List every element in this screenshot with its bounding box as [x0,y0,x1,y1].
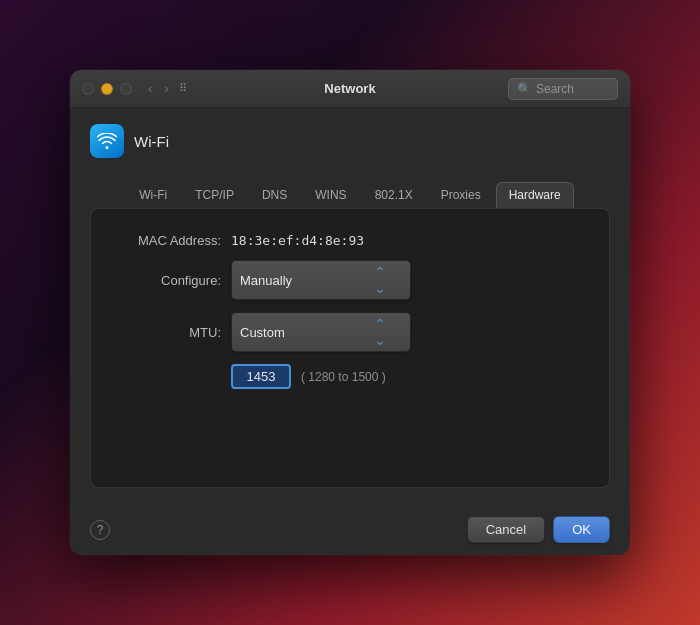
search-placeholder: Search [536,82,574,96]
mtu-dropdown-value: Custom [240,325,285,340]
bottom-bar: ? Cancel OK [70,504,630,555]
action-buttons: Cancel OK [467,516,610,543]
mtu-input-container: ( 1280 to 1500 ) [231,364,386,389]
mtu-row: MTU: Custom ⌃⌄ [111,312,589,352]
tab-proxies[interactable]: Proxies [428,182,494,208]
ok-button[interactable]: OK [553,516,610,543]
configure-dropdown-value: Manually [240,273,292,288]
search-icon: 🔍 [517,82,532,96]
mtu-range-label: ( 1280 to 1500 ) [301,370,386,384]
maximize-button[interactable] [120,83,132,95]
help-button[interactable]: ? [90,520,110,540]
grid-icon: ⠿ [179,82,188,95]
search-box[interactable]: 🔍 Search [508,78,618,100]
tab-dns[interactable]: DNS [249,182,300,208]
mac-address-row: MAC Address: 18:3e:ef:d4:8e:93 [111,233,589,248]
mtu-dropdown-arrow: ⌃⌄ [374,316,386,348]
mtu-input-row: ( 1280 to 1500 ) [111,364,589,389]
window-title: Network [324,81,375,96]
service-header: Wi-Fi [90,124,610,168]
tab-wifi[interactable]: Wi-Fi [126,182,180,208]
configure-label: Configure: [111,273,221,288]
minimize-button[interactable] [101,83,113,95]
configure-dropdown-arrow: ⌃⌄ [374,264,386,296]
titlebar: ‹ › ⠿ Network 🔍 Search [70,70,630,108]
mtu-dropdown[interactable]: Custom ⌃⌄ [231,312,411,352]
back-button[interactable]: ‹ [144,79,156,98]
tab-8021x[interactable]: 802.1X [362,182,426,208]
mac-address-label: MAC Address: [111,233,221,248]
tab-hardware[interactable]: Hardware [496,182,574,208]
tab-wins[interactable]: WINS [302,182,359,208]
tab-tcpip[interactable]: TCP/IP [182,182,247,208]
mtu-label: MTU: [111,325,221,340]
wifi-icon [90,124,124,158]
mac-address-value: 18:3e:ef:d4:8e:93 [231,233,364,248]
traffic-lights [82,83,132,95]
mtu-input[interactable] [231,364,291,389]
configure-dropdown[interactable]: Manually ⌃⌄ [231,260,411,300]
configure-row: Configure: Manually ⌃⌄ [111,260,589,300]
navigation-buttons: ‹ › [144,79,173,98]
close-button[interactable] [82,83,94,95]
network-preferences-window: ‹ › ⠿ Network 🔍 Search Wi-Fi Wi-F [70,70,630,555]
forward-button[interactable]: › [160,79,172,98]
cancel-button[interactable]: Cancel [467,516,545,543]
service-name: Wi-Fi [134,133,169,150]
tabs-bar: Wi-Fi TCP/IP DNS WINS 802.1X Proxies Har… [90,182,610,208]
hardware-panel: MAC Address: 18:3e:ef:d4:8e:93 Configure… [90,208,610,488]
window-content: Wi-Fi Wi-Fi TCP/IP DNS WINS 802.1X Proxi… [70,108,630,504]
